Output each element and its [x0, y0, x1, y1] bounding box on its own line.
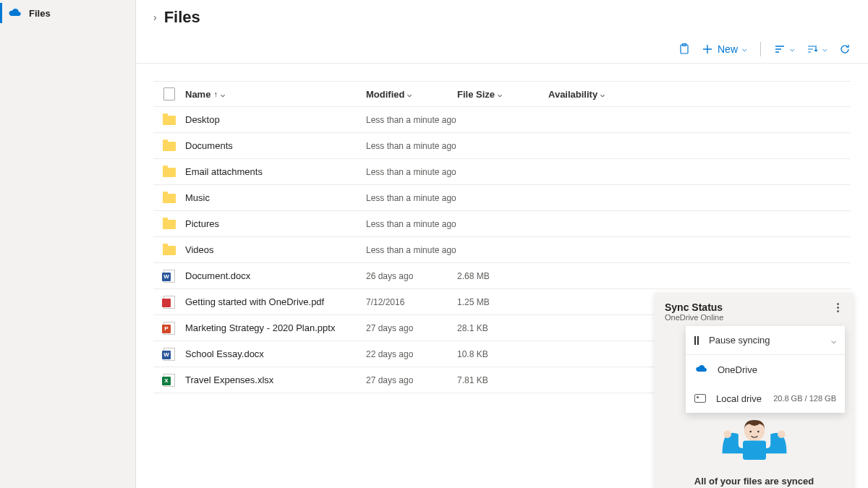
folder-icon — [163, 116, 176, 125]
word-icon — [163, 270, 175, 283]
pause-syncing-item[interactable]: Pause syncing ⌵ — [686, 326, 845, 355]
file-icon-cell — [153, 244, 185, 255]
table-row[interactable]: PicturesLess than a minute ago — [153, 211, 851, 237]
sync-title: Sync Status — [665, 301, 723, 313]
paste-button[interactable] — [678, 43, 690, 55]
new-button[interactable]: New ⌵ — [702, 43, 747, 55]
document-icon — [163, 87, 175, 100]
cloud-icon — [7, 7, 22, 20]
folder-icon — [163, 220, 176, 229]
pause-syncing-label: Pause syncing — [709, 335, 770, 346]
cloud-icon — [694, 364, 707, 375]
file-size-cell: 7.81 KB — [457, 375, 548, 385]
table-row[interactable]: VideosLess than a minute ago — [153, 237, 851, 263]
file-name-cell: Document.docx — [185, 270, 366, 281]
svg-point-7 — [778, 430, 786, 438]
column-header-size-label: File Size — [457, 89, 495, 100]
sync-dropdown: Pause syncing ⌵ OneDrive Local drive 20.… — [686, 326, 845, 413]
local-drive-label: Local drive — [716, 393, 762, 404]
sidebar: Files — [0, 0, 136, 488]
more-options-button[interactable] — [832, 301, 843, 313]
chevron-down-icon: ⌵ — [600, 90, 605, 98]
folder-icon — [163, 194, 176, 203]
clipboard-icon — [678, 43, 690, 55]
page-title: Files — [164, 8, 200, 27]
file-name-cell: Videos — [185, 244, 366, 255]
sync-subtitle: OneDrive Online — [665, 313, 723, 322]
file-size-cell: 28.1 KB — [457, 323, 548, 333]
file-icon-cell — [153, 322, 185, 335]
column-header-modified[interactable]: Modified ⌵ — [366, 89, 457, 100]
file-name: Music — [185, 192, 210, 203]
file-modified-cell: Less than a minute ago — [366, 219, 457, 229]
file-icon-cell — [153, 192, 185, 203]
file-name-cell: Pictures — [185, 218, 366, 229]
xls-icon — [163, 374, 175, 387]
table-row[interactable]: DesktopLess than a minute ago — [153, 107, 851, 133]
file-name: Videos — [185, 244, 214, 255]
column-header-name-label: Name — [185, 89, 210, 100]
plus-icon — [702, 43, 713, 55]
file-modified-cell: 22 days ago — [366, 349, 457, 359]
file-name-cell: School Essay.docx — [185, 348, 366, 359]
file-name: Travel Expenses.xlsx — [185, 374, 273, 385]
svg-point-4 — [757, 431, 760, 433]
word-icon — [163, 348, 175, 361]
table-row[interactable]: Document.docx26 days ago2.68 MB — [153, 263, 851, 289]
table-row[interactable]: DocumentsLess than a minute ago — [153, 133, 851, 159]
table-header-row: Name ↑ ⌵ Modified ⌵ File Size ⌵ Availabi… — [153, 81, 851, 107]
sidebar-item-files[interactable]: Files — [0, 0, 135, 26]
chevron-down-icon: ⌵ — [221, 90, 225, 98]
column-header-icon[interactable] — [153, 87, 185, 100]
file-name: Marketing Strategy - 2020 Plan.pptx — [185, 322, 335, 333]
file-name: Document.docx — [185, 270, 250, 281]
sidebar-item-label: Files — [29, 8, 51, 19]
file-modified-cell: 27 days ago — [366, 375, 457, 385]
file-name-cell: Getting started with OneDrive.pdf — [185, 296, 366, 307]
file-icon-cell — [153, 374, 185, 387]
svg-point-6 — [723, 430, 731, 438]
file-name: Documents — [185, 140, 233, 151]
sort-button[interactable]: ⌵ — [774, 43, 795, 55]
column-header-size[interactable]: File Size ⌵ — [457, 89, 548, 100]
local-drive-item[interactable]: Local drive 20.8 GB / 128 GB — [686, 384, 845, 413]
table-row[interactable]: Email attachmentsLess than a minute ago — [153, 159, 851, 185]
svg-point-3 — [749, 431, 752, 433]
file-name-cell: Desktop — [185, 114, 366, 125]
breadcrumb: › Files — [136, 0, 868, 35]
sort-ascending-icon: ↑ — [213, 90, 218, 98]
file-modified-cell: 26 days ago — [366, 271, 457, 281]
local-drive-usage: 20.8 GB / 128 GB — [773, 394, 836, 403]
onedrive-location-item[interactable]: OneDrive — [686, 355, 845, 384]
column-header-availability[interactable]: Availability ⌵ — [548, 89, 851, 100]
refresh-button[interactable] — [839, 43, 851, 55]
sync-illustration — [665, 408, 843, 468]
file-icon-cell — [153, 218, 185, 229]
file-modified-cell: Less than a minute ago — [366, 115, 457, 125]
file-name: Pictures — [185, 218, 219, 229]
file-size-cell: 10.8 KB — [457, 349, 548, 359]
file-modified-cell: Less than a minute ago — [366, 167, 457, 177]
file-modified-cell: Less than a minute ago — [366, 141, 457, 151]
chevron-right-icon: › — [153, 12, 157, 23]
file-name-cell: Music — [185, 192, 366, 203]
file-name: Getting started with OneDrive.pdf — [185, 296, 324, 307]
file-icon-cell — [153, 270, 185, 283]
chevron-down-icon: ⌵ — [498, 90, 502, 98]
ppt-icon — [163, 322, 175, 335]
sync-status-panel: Sync Status OneDrive Online Pause syncin… — [655, 293, 854, 488]
column-header-name[interactable]: Name ↑ ⌵ — [185, 89, 366, 100]
pdf-icon — [163, 296, 175, 309]
file-icon-cell — [153, 166, 185, 177]
table-row[interactable]: MusicLess than a minute ago — [153, 185, 851, 211]
folder-icon — [163, 142, 176, 151]
toolbar: New ⌵ ⌵ ⌵ — [136, 35, 868, 64]
file-modified-cell: 27 days ago — [366, 323, 457, 333]
sort-direction-button[interactable]: ⌵ — [807, 43, 827, 55]
file-icon-cell — [153, 114, 185, 125]
file-modified-cell: Less than a minute ago — [366, 193, 457, 203]
chevron-down-icon: ⌵ — [407, 90, 412, 98]
svg-rect-5 — [743, 440, 766, 460]
file-name: Desktop — [185, 114, 220, 125]
drive-icon — [694, 394, 706, 403]
